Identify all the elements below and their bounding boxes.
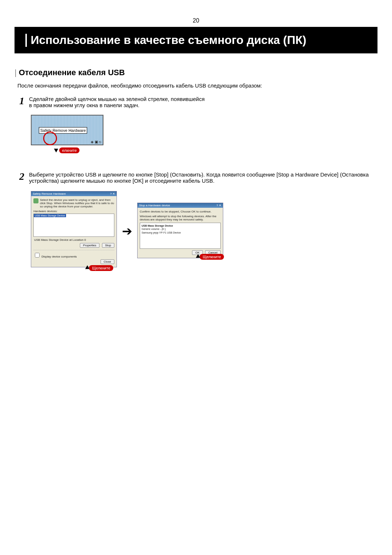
click-callout-stop: Щелкните: [32, 265, 113, 271]
dialog-body: Confirm devices to be stopped, Choose OK…: [138, 208, 223, 258]
step-number: 1: [15, 96, 29, 106]
step-number: 2: [15, 171, 29, 182]
safely-remove-dialog: Safely Remove Hardware ? ✕ Select the de…: [31, 191, 117, 267]
dialog-titlebar: Safely Remove Hardware ? ✕: [31, 191, 117, 196]
stop-button[interactable]: Stop: [102, 243, 114, 248]
properties-button[interactable]: Properties: [80, 243, 99, 248]
section-title: |Отсоединение кабеля USB: [15, 68, 377, 77]
checkbox-label: Display device components: [41, 255, 77, 258]
device-location: USB Mass Storage Device at Location 0: [34, 238, 114, 242]
step-2: 2 Выберите устройство USB и щелкните по …: [15, 171, 377, 184]
device-list[interactable]: USB Mass Storage Device: [33, 214, 114, 237]
device-item[interactable]: Samsung yepp YP-F1 USB Device: [142, 231, 219, 235]
click-label: Щелкните: [200, 254, 224, 260]
confirm-text: Confirm devices to be stopped, Choose OK…: [140, 210, 221, 213]
step-1: 1 Сделайте двойной щелчок мышью на зелен…: [15, 96, 377, 108]
titlebar-buttons[interactable]: ? ✕: [216, 204, 221, 207]
step-text: Сделайте двойной щелчок мышью на зеленой…: [29, 96, 377, 108]
display-components-checkbox[interactable]: Display device components: [33, 250, 114, 259]
dialog-title: Stop a Hardware device: [139, 204, 170, 207]
device-item-selected[interactable]: USB Mass Storage Device: [34, 214, 66, 217]
dialog-body: Select the device you want to unplug or …: [31, 196, 117, 267]
device-item[interactable]: Generic volume - (E:): [142, 227, 219, 231]
chapter-heading-bar: Использование в качестве съемного диска …: [15, 27, 377, 53]
hardware-label: Hardware devices:: [33, 210, 114, 213]
intro-text: После окончания передачи файлов, необход…: [17, 82, 377, 89]
dialog-screenshots: Safely Remove Hardware ? ✕ Select the de…: [31, 191, 377, 271]
highlight-circle-icon: [43, 131, 57, 145]
dialog-2-wrap: Stop a Hardware device ? ✕ Confirm devic…: [137, 203, 223, 260]
arrow-right-icon: ➔: [122, 224, 132, 238]
click-label: Щелкните: [89, 265, 113, 271]
chapter-title: Использование в качестве съемного диска …: [30, 33, 306, 46]
dialog-titlebar: Stop a Hardware device ? ✕: [138, 203, 223, 208]
step1-line1: Сделайте двойной щелчок мышью на зеленой…: [29, 96, 205, 102]
titlebar-buttons[interactable]: ? ✕: [110, 192, 115, 195]
step-text: Выберите устройство USB и щелкните по кн…: [29, 171, 377, 184]
close-button[interactable]: Close: [101, 259, 114, 264]
close-row: Close: [33, 259, 114, 264]
heading-rule: [25, 34, 27, 47]
click-label: елкните: [59, 147, 79, 153]
attempt-text: Windows will attempt to stop the followi…: [140, 215, 221, 221]
device-item[interactable]: USB Mass Storage Device: [142, 224, 219, 228]
taskbar-screenshot: Safely Remove Hardware ◈ ▣ ⎋ елкните: [31, 115, 103, 153]
button-row: Properties Stop: [33, 243, 114, 248]
info-row: Select the device you want to unplug or …: [33, 198, 114, 208]
dialog-title: Safely Remove Hardware: [33, 192, 66, 195]
step1-line2: в правом нижнем углу окна в панели задач…: [29, 102, 139, 108]
info-text: Select the device you want to unplug or …: [40, 198, 114, 208]
section-title-text: Отсоединение кабеля USB: [19, 68, 125, 77]
eject-icon: [33, 198, 38, 203]
page-number: 20: [15, 17, 377, 24]
document-page: 20 Использование в качестве съемного дис…: [0, 0, 392, 555]
system-tray: Safely Remove Hardware ◈ ▣ ⎋: [31, 115, 103, 145]
device-tree[interactable]: USB Mass Storage Device Generic volume -…: [140, 223, 221, 249]
dialog-1-wrap: Safely Remove Hardware ? ✕ Select the de…: [31, 191, 117, 271]
section-rule-icon: |: [15, 68, 17, 77]
click-callout: елкните: [31, 147, 103, 153]
stop-hardware-dialog: Stop a Hardware device ? ✕ Confirm devic…: [137, 203, 223, 258]
tray-icons: ◈ ▣ ⎋: [91, 140, 101, 144]
cursor-icon: [54, 147, 59, 152]
click-callout-ok: Щелкните: [139, 254, 224, 260]
checkbox-icon[interactable]: [35, 253, 40, 258]
